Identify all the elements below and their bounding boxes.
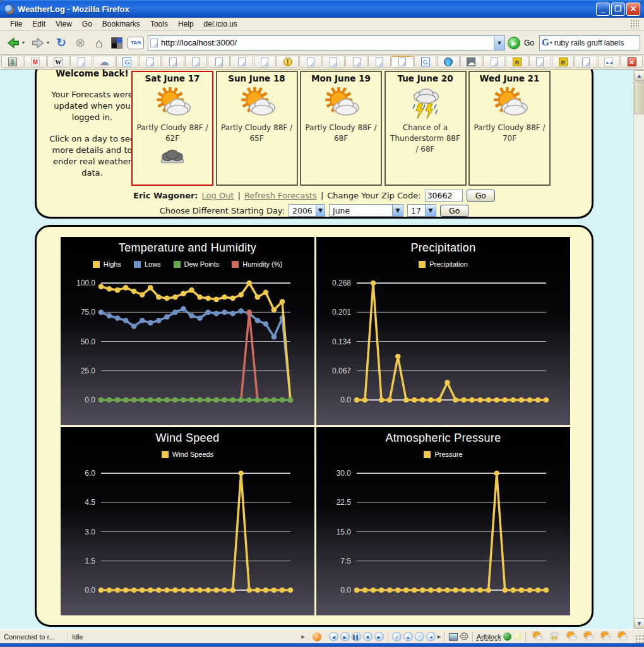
next-track-icon[interactable]: ▶ <box>374 632 384 641</box>
home-icon[interactable]: ⌂ <box>91 33 107 52</box>
partly-cloudy-mini-icon[interactable] <box>581 631 596 642</box>
adblock-status-icon[interactable] <box>503 632 511 641</box>
back-button[interactable]: ▾ <box>4 33 26 52</box>
adblock-label[interactable]: Adblock <box>477 633 501 641</box>
moon-status-icon[interactable] <box>513 632 522 641</box>
google-search-icon[interactable]: G <box>542 37 549 48</box>
zip-code-input[interactable] <box>425 190 463 202</box>
menu-edit[interactable]: Edit <box>27 18 51 30</box>
day-card-mon[interactable]: Mon June 19 Partly Cloudy 88F / 68F <box>300 71 382 186</box>
eject-icon[interactable]: ▲ <box>403 632 413 641</box>
forward-button[interactable]: ▾ <box>28 33 51 52</box>
previous-track-icon[interactable]: ◀ <box>329 632 338 641</box>
bookmark-cloud-icon[interactable]: ☁ <box>93 56 115 68</box>
minimize-button[interactable]: _ <box>596 3 610 16</box>
bookmark-page-icon[interactable] <box>323 56 345 68</box>
bookmark-close-icon[interactable]: ✕ <box>621 56 643 68</box>
expander-arrow-icon[interactable]: ▸ <box>297 632 309 642</box>
bookmark-page-icon[interactable] <box>70 56 92 68</box>
go-arrow-icon[interactable]: ▶ <box>508 37 520 49</box>
refresh-forecasts-link[interactable]: Refresh Forecasts <box>244 191 317 200</box>
thunderstorm-mini-icon[interactable] <box>547 631 562 642</box>
month-select[interactable]: June▼ <box>329 204 403 217</box>
bookmark-page-icon[interactable] <box>575 56 597 68</box>
url-text[interactable]: http://localhost:3000/ <box>158 38 494 47</box>
foursquare-logo-icon[interactable] <box>110 33 124 52</box>
bookmark-page-icon[interactable] <box>368 56 390 68</box>
search-input[interactable]: G ▾ ruby rails gruff labels <box>539 35 640 51</box>
stop-icon[interactable]: ⊗ <box>72 33 88 52</box>
music-note-icon[interactable]: ♪ <box>392 632 402 641</box>
go-button[interactable]: Go <box>524 39 534 47</box>
bookmark-page-icon[interactable] <box>139 56 161 68</box>
search-query-text[interactable]: ruby rails gruff labels <box>554 39 624 47</box>
bookmark-page-icon[interactable] <box>529 56 551 68</box>
bookmark-drupal-icon[interactable]: 💧 <box>437 56 459 68</box>
reload-icon[interactable]: ↻ <box>53 33 69 52</box>
year-select[interactable]: 2006▼ <box>289 204 325 217</box>
day-card-sun[interactable]: Sun June 18 Partly Cloudy 88F / 65F <box>216 71 298 186</box>
bookmark-page-icon[interactable] <box>299 56 321 68</box>
search-engine-dropdown-icon[interactable]: ▾ <box>550 40 552 45</box>
zip-go-button[interactable]: Go <box>467 190 495 202</box>
partly-cloudy-mini-icon[interactable] <box>564 631 579 642</box>
scrollbar-thumb[interactable] <box>634 82 644 114</box>
bookmark-page-icon[interactable] <box>185 56 207 68</box>
bookmark-page-icon[interactable] <box>208 56 230 68</box>
scroll-down-icon[interactable]: ▼ <box>634 618 644 629</box>
close-button[interactable]: ✕ <box>626 3 640 16</box>
play-icon[interactable]: ▶ <box>340 632 350 641</box>
partly-cloudy-mini-icon[interactable] <box>615 631 630 642</box>
menu-delicious[interactable]: del.icio.us <box>199 18 242 30</box>
menu-tools[interactable]: Tools <box>145 18 173 30</box>
volume-icon[interactable]: ◄ <box>426 632 436 641</box>
bookmark-page-icon[interactable] <box>162 56 184 68</box>
forward-dropdown-icon[interactable]: ▾ <box>47 40 49 45</box>
bookmark-cloudgray-icon[interactable]: ☁ <box>460 56 482 68</box>
scroll-up-icon[interactable]: ▲ <box>634 70 644 81</box>
partly-cloudy-mini-icon[interactable] <box>530 631 545 642</box>
bookmark-page-icon[interactable] <box>345 56 367 68</box>
url-dropdown-icon[interactable]: ▼ <box>494 36 504 50</box>
pause-icon[interactable]: ▌▌ <box>352 632 361 641</box>
logout-link[interactable]: Log Out <box>202 191 234 200</box>
day-card-wed[interactable]: Wed June 21 Partly Cloudy 88F / 70F <box>468 71 551 186</box>
bookmark-alert-icon[interactable]: ! <box>277 56 299 68</box>
start-day-go-button[interactable]: Go <box>440 205 468 217</box>
day-select[interactable]: 17▼ <box>407 204 436 217</box>
menu-go[interactable]: Go <box>77 18 97 30</box>
back-dropdown-icon[interactable]: ▾ <box>22 40 25 45</box>
day-card-sat[interactable]: Sat June 17 Partly Cloudy 88F / 62F <box>131 71 213 186</box>
partly-cloudy-mini-icon[interactable] <box>598 631 613 642</box>
foxytunes-icon[interactable] <box>309 632 325 642</box>
menu-help[interactable]: Help <box>173 18 199 30</box>
bookmark-printer-icon[interactable]: ⇩ <box>1 56 23 68</box>
stop-icon[interactable]: ■ <box>363 632 373 641</box>
bookmark-active-icon[interactable] <box>391 56 414 68</box>
bookmark-google-icon[interactable]: G <box>414 56 436 68</box>
bookmark-n-icon[interactable]: n <box>506 56 528 68</box>
tag-icon[interactable]: TAG <box>126 33 145 52</box>
collapse-icon[interactable]: ⌃ <box>415 632 424 641</box>
sad-face-icon[interactable]: ☹ <box>460 632 468 641</box>
bookmark-page-icon[interactable] <box>483 56 505 68</box>
restore-button[interactable]: ❐ <box>611 3 625 16</box>
bookmark-wikipedia-icon[interactable]: W <box>47 56 69 68</box>
bookmark-google-icon[interactable]: G <box>116 56 138 68</box>
menu-bookmarks[interactable]: Bookmarks <box>97 18 145 30</box>
window-media-icon[interactable] <box>449 633 458 641</box>
bookmark-gmail-icon[interactable]: M <box>24 56 46 68</box>
resize-grip[interactable] <box>635 634 644 643</box>
address-bar[interactable]: http://localhost:3000/ ▼ <box>148 35 505 51</box>
legend-label: Dew Points <box>184 260 220 268</box>
vertical-scrollbar[interactable]: ▲ ▼ <box>633 70 644 629</box>
bookmark-page-icon[interactable] <box>230 56 253 68</box>
day-card-tue[interactable]: Tue June 20 Chance of a Thunderstorm 88F… <box>385 71 467 186</box>
bookmark-n-icon[interactable]: n <box>552 56 574 68</box>
more-arrow-icon[interactable]: ▸ <box>438 632 441 641</box>
bookmark-mountain-icon[interactable]: ▲▲ <box>598 56 620 68</box>
menu-view[interactable]: View <box>51 18 77 30</box>
bookmark-page-icon[interactable] <box>254 56 276 68</box>
title-bar[interactable]: WeatherLog - Mozilla Firefox _ ❐ ✕ <box>0 0 644 18</box>
menu-file[interactable]: File <box>5 18 27 30</box>
